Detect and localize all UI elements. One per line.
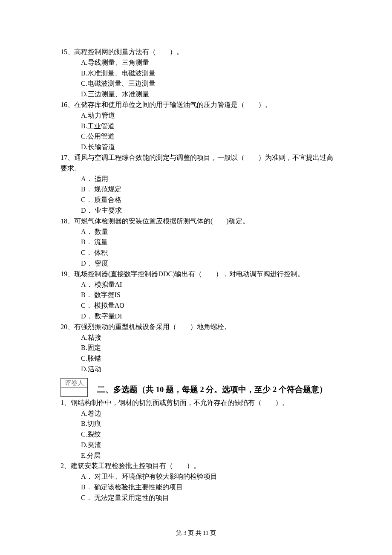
option-a: A． 数量 bbox=[61, 227, 337, 237]
question-15: 15、高程控制网的测量方法有（ ）。 A.导线测量、三角测量 B.水准测量、电磁… bbox=[61, 47, 337, 100]
section-multi-choice: 1、钢结构制作中，钢材的切割面或剪切面，不允许存在的缺陷有（ ）。 A.卷边 B… bbox=[61, 398, 337, 503]
section-single-choice-continued: 15、高程控制网的测量方法有（ ）。 A.导线测量、三角测量 B.水准测量、电磁… bbox=[61, 47, 337, 375]
question-17: 17、通风与空调工程综合效能的测定与调整的项目，一般以（ ）为准则，不宜提出过高… bbox=[61, 153, 337, 216]
question-16: 16、在储存库和使用单位之间的用于输送油气的压力管道是（ ）。 A.动力管道 B… bbox=[61, 100, 337, 153]
option-d: D． 密度 bbox=[61, 258, 337, 269]
section-2-header: 评卷人 二、多选题（共 10 题，每题 2 分。选项中，至少 2 个符合题意） bbox=[61, 376, 337, 397]
option-c: C.胀锚 bbox=[61, 353, 337, 364]
option-d: D.三边测量、水准测量 bbox=[61, 89, 337, 100]
question-19: 19、现场控制器(直接数字控制器DDC)输出有（ ），对电动调节阀进行控制。 A… bbox=[61, 269, 337, 322]
option-d: D.夹渣 bbox=[61, 440, 337, 451]
exam-page: 15、高程控制网的测量方法有（ ）。 A.导线测量、三角测量 B.水准测量、电磁… bbox=[0, 0, 392, 555]
question-stem: 2、建筑安装工程检验批主控项目有（ ）。 bbox=[61, 461, 337, 471]
question-stem: 1、钢结构制作中，钢材的切割面或剪切面，不允许存在的缺陷有（ ）。 bbox=[61, 398, 337, 408]
question-20: 20、有强烈振动的重型机械设备采用（ ）地角螺栓。 A.粘接 B.固定 C.胀锚… bbox=[61, 322, 337, 375]
question-stem: 18、可燃气体检测器的安装位置应根据所测气体的( )确定。 bbox=[61, 216, 337, 227]
option-b: B． 流量 bbox=[61, 237, 337, 248]
question-stem: 15、高程控制网的测量方法有（ ）。 bbox=[61, 47, 337, 58]
option-a: A.粘接 bbox=[61, 332, 337, 343]
option-e: E.分层 bbox=[61, 451, 337, 461]
section-2-title: 二、多选题（共 10 题，每题 2 分。选项中，至少 2 个符合题意） bbox=[97, 384, 327, 397]
question-stem: 16、在储存库和使用单位之间的用于输送油气的压力管道是（ ）。 bbox=[61, 100, 337, 110]
option-c: C． 体积 bbox=[61, 248, 337, 258]
option-c: C． 模拟量AO bbox=[61, 301, 337, 311]
option-c: C． 无法定量采用定性的项目 bbox=[61, 493, 337, 503]
option-d: D.活动 bbox=[61, 364, 337, 375]
question-m2: 2、建筑安装工程检验批主控项目有（ ）。 A． 对卫生、环境保护有较大影响的检验… bbox=[61, 461, 337, 503]
option-a: A． 对卫生、环境保护有较大影响的检验项目 bbox=[61, 471, 337, 482]
grader-label: 评卷人 bbox=[61, 379, 87, 387]
option-a: A.动力管道 bbox=[61, 110, 337, 121]
option-d: D． 业主要求 bbox=[61, 205, 337, 216]
option-c: C.裂纹 bbox=[61, 429, 337, 440]
option-b: B.水准测量、电磁波测量 bbox=[61, 68, 337, 79]
option-b: B． 确定该检验批主要性能的项目 bbox=[61, 482, 337, 493]
option-a: A.导线测量、三角测量 bbox=[61, 58, 337, 68]
option-c: C． 质量合格 bbox=[61, 195, 337, 205]
option-c: C.公用管道 bbox=[61, 131, 337, 142]
question-stem: 17、通风与空调工程综合效能的测定与调整的项目，一般以（ ）为准则，不宜提出过高… bbox=[61, 153, 337, 174]
option-d: D． 数字量DI bbox=[61, 311, 337, 322]
option-a: A.卷边 bbox=[61, 408, 337, 419]
question-stem: 20、有强烈振动的重型机械设备采用（ ）地角螺栓。 bbox=[61, 322, 337, 332]
option-d: D.长输管道 bbox=[61, 142, 337, 153]
question-m1: 1、钢结构制作中，钢材的切割面或剪切面，不允许存在的缺陷有（ ）。 A.卷边 B… bbox=[61, 398, 337, 461]
grader-box: 评卷人 bbox=[61, 378, 88, 397]
option-b: B.固定 bbox=[61, 343, 337, 353]
page-footer: 第 3 页 共 11 页 bbox=[0, 529, 392, 538]
option-b: B.切痕 bbox=[61, 419, 337, 429]
option-b: B． 数字蟹IS bbox=[61, 290, 337, 301]
option-a: A． 适用 bbox=[61, 174, 337, 185]
option-b: B． 规范规定 bbox=[61, 184, 337, 195]
option-c: C.电磁波测量、三边测量 bbox=[61, 78, 337, 89]
question-18: 18、可燃气体检测器的安装位置应根据所测气体的( )确定。 A． 数量 B． 流… bbox=[61, 216, 337, 269]
question-stem: 19、现场控制器(直接数字控制器DDC)输出有（ ），对电动调节阀进行控制。 bbox=[61, 269, 337, 280]
option-b: B.工业管道 bbox=[61, 121, 337, 132]
option-a: A． 模拟量AI bbox=[61, 280, 337, 290]
